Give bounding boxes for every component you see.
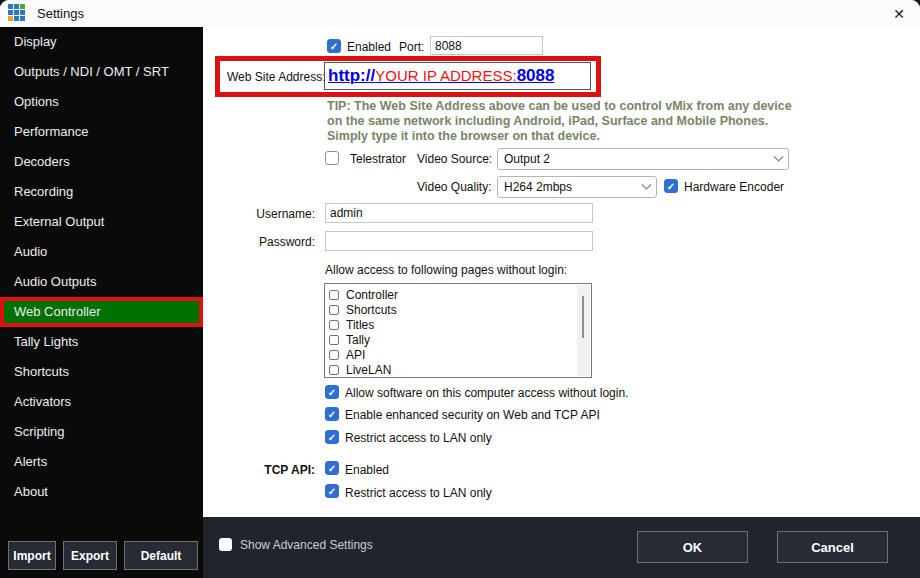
shortcuts-checkbox[interactable]	[329, 305, 339, 315]
video-quality-value: H264 2mbps	[504, 180, 572, 194]
web-controller-panel: Enabled Port: Web Site Address: http://Y…	[203, 27, 920, 517]
video-source-value: Output 2	[504, 152, 550, 166]
livelan-checkbox[interactable]	[329, 365, 339, 375]
list-item-api[interactable]: API	[329, 347, 591, 362]
sidebar-item-display[interactable]: Display	[0, 27, 203, 57]
chevron-down-icon	[642, 179, 652, 189]
sidebar-buttons: Import Export Default	[8, 541, 198, 570]
password-input[interactable]	[325, 231, 593, 251]
sidebar-item-shortcuts[interactable]: Shortcuts	[0, 357, 203, 387]
web-enabled-checkbox[interactable]	[327, 39, 341, 53]
video-quality-label: Video Quality:	[417, 180, 492, 194]
listbox-scrollbar[interactable]	[577, 285, 590, 376]
import-button[interactable]: Import	[8, 541, 56, 570]
list-item-tally[interactable]: Tally	[329, 332, 591, 347]
port-input[interactable]	[430, 36, 543, 55]
tip-line-2: on the same network including Android, i…	[327, 114, 807, 129]
page-access-listbox: Controller Shortcuts Titles Tally API Li…	[324, 283, 592, 378]
window-title: Settings	[37, 6, 84, 21]
url-port: 8088	[517, 66, 555, 85]
api-checkbox[interactable]	[329, 350, 339, 360]
telestrator-label: Telestrator	[350, 152, 406, 166]
scrollbar-thumb[interactable]	[582, 296, 584, 338]
website-address-label: Web Site Address:	[227, 70, 326, 84]
sidebar-item-web-controller[interactable]: Web Controller	[0, 297, 203, 327]
allow-software-checkbox[interactable]	[325, 385, 339, 399]
show-advanced-label: Show Advanced Settings	[240, 538, 373, 552]
ok-button[interactable]: OK	[637, 531, 748, 563]
sidebar-item-about[interactable]: About	[0, 477, 203, 507]
sidebar-item-activators[interactable]: Activators	[0, 387, 203, 417]
sidebar-item-decoders[interactable]: Decoders	[0, 147, 203, 177]
tip-text: TIP: The Web Site Address above can be u…	[327, 99, 807, 144]
app-grid-icon	[8, 4, 27, 23]
username-label: Username:	[203, 207, 315, 221]
enhanced-security-label: Enable enhanced security on Web and TCP …	[345, 408, 600, 422]
list-item-titles[interactable]: Titles	[329, 317, 591, 332]
hardware-encoder-label: Hardware Encoder	[684, 180, 784, 194]
tcp-api-label: TCP API:	[203, 463, 315, 477]
tcp-enabled-checkbox[interactable]	[325, 461, 339, 475]
sidebar-item-options[interactable]: Options	[0, 87, 203, 117]
telestrator-checkbox[interactable]	[325, 151, 339, 165]
sidebar: Display Outputs / NDI / OMT / SRT Option…	[0, 27, 203, 578]
tcp-restrict-label: Restrict access to LAN only	[345, 486, 492, 500]
sidebar-item-audio-outputs[interactable]: Audio Outputs	[0, 267, 203, 297]
enhanced-security-checkbox[interactable]	[325, 407, 339, 421]
allow-pages-label: Allow access to following pages without …	[325, 263, 567, 277]
sidebar-item-scripting[interactable]: Scripting	[0, 417, 203, 447]
tip-line-3: Simply type it into the browser on that …	[327, 129, 807, 144]
default-button[interactable]: Default	[124, 541, 198, 570]
tally-checkbox[interactable]	[329, 335, 339, 345]
sidebar-item-recording[interactable]: Recording	[0, 177, 203, 207]
video-source-select[interactable]: Output 2	[497, 148, 789, 170]
sidebar-item-tally-lights[interactable]: Tally Lights	[0, 327, 203, 357]
website-annotation-box: Web Site Address: http://YOUR IP ADDRESS…	[215, 56, 601, 97]
sidebar-item-outputs-ndi-omt-srt[interactable]: Outputs / NDI / OMT / SRT	[0, 57, 203, 87]
username-input[interactable]	[325, 203, 593, 223]
url-host: YOUR IP ADDRESS	[375, 67, 512, 84]
tcp-restrict-checkbox[interactable]	[325, 484, 339, 498]
cancel-button[interactable]: Cancel	[777, 531, 888, 563]
show-advanced-checkbox[interactable]	[219, 538, 232, 551]
url-scheme: http://	[328, 66, 375, 85]
password-label: Password:	[203, 235, 315, 249]
window-body: Settings ✕ Display Outputs / NDI / OMT /…	[0, 0, 920, 578]
list-item-livelan[interactable]: LiveLAN	[329, 362, 591, 377]
video-quality-select[interactable]: H264 2mbps	[497, 176, 657, 198]
video-source-label: Video Source:	[417, 152, 492, 166]
allow-software-label: Allow software on this computer access w…	[345, 386, 628, 400]
sidebar-item-performance[interactable]: Performance	[0, 117, 203, 147]
titles-checkbox[interactable]	[329, 320, 339, 330]
title-bar: Settings ✕	[0, 0, 920, 27]
hardware-encoder-checkbox[interactable]	[664, 179, 678, 193]
restrict-lan-checkbox[interactable]	[325, 430, 339, 444]
export-button[interactable]: Export	[63, 541, 117, 570]
footer-bar: Show Advanced Settings OK Cancel	[203, 517, 920, 578]
list-item-controller[interactable]: Controller	[329, 287, 591, 302]
restrict-lan-label: Restrict access to LAN only	[345, 431, 492, 445]
controller-checkbox[interactable]	[329, 290, 339, 300]
sidebar-item-external-output[interactable]: External Output	[0, 207, 203, 237]
sidebar-item-alerts[interactable]: Alerts	[0, 447, 203, 477]
port-label: Port:	[399, 40, 424, 54]
chevron-down-icon	[774, 151, 784, 161]
close-icon[interactable]: ✕	[878, 0, 920, 27]
website-url-link[interactable]: http://YOUR IP ADDRESS:8088	[328, 66, 554, 86]
tcp-enabled-label: Enabled	[345, 463, 389, 477]
list-item-shortcuts[interactable]: Shortcuts	[329, 302, 591, 317]
web-enabled-label: Enabled	[347, 40, 391, 54]
tip-line-1: TIP: The Web Site Address above can be u…	[327, 99, 807, 114]
sidebar-item-audio[interactable]: Audio	[0, 237, 203, 267]
settings-window: Settings ✕ Display Outputs / NDI / OMT /…	[0, 0, 920, 578]
website-url-frame: http://YOUR IP ADDRESS:8088	[324, 62, 591, 90]
